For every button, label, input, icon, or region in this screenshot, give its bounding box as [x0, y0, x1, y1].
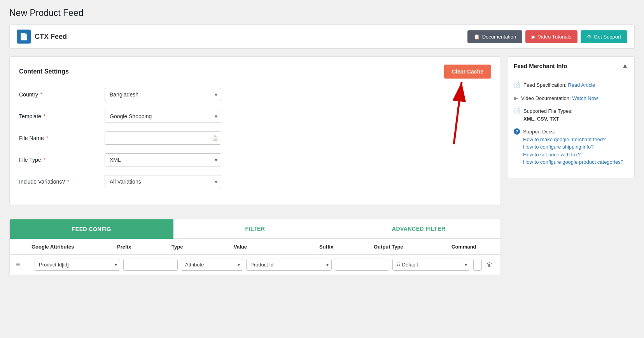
prefix-input[interactable] [123, 259, 178, 271]
file-type-label: File Type * [19, 157, 105, 163]
content-settings-header: Content Settings Clear Cache [19, 65, 491, 79]
col-prefix: Prefix [117, 244, 172, 250]
required-star: * [39, 91, 42, 98]
file-name-label: File Name * [19, 135, 105, 141]
template-select[interactable]: Google Shopping Facebook Amazon [105, 110, 221, 123]
sidebar-body: 📄 Feed Specification: Read Article ▶ Vid… [508, 75, 634, 178]
required-star: * [45, 135, 48, 141]
tab-filter[interactable]: FILTER [173, 219, 337, 239]
video-doc-text: Video Documentation: Watch Now [521, 95, 598, 102]
file-types-value: XML, CSV, TXT [523, 116, 559, 122]
support-button[interactable]: ⚙ Get Support [581, 30, 627, 43]
sidebar-header: Feed Merchant Info ▲ [508, 57, 634, 75]
col-output-type: Output Type [374, 244, 452, 250]
content-settings-title: Content Settings [19, 68, 69, 75]
header-buttons: 📋 Documentation ▶ Video Tutorials ⚙ Get … [467, 30, 627, 43]
file-type-select-wrapper: XML CSV TXT [105, 153, 221, 166]
value-select-wrapper: Product Id Title Price [246, 259, 332, 271]
file-name-input-wrapper: 📋 [105, 131, 221, 145]
sidebar-toggle-button[interactable]: ▲ [622, 62, 628, 69]
video-button[interactable]: ▶ Video Tutorials [525, 30, 578, 43]
include-variations-label: Include Variations? * [19, 179, 105, 185]
page-title: New Product Feed [9, 8, 635, 18]
type-select-wrapper: Attribute Static Pattern [181, 259, 243, 271]
file-type-row: File Type * XML CSV TXT [19, 153, 491, 166]
country-select[interactable]: Bangladesh United States United Kingdom … [105, 88, 221, 101]
feed-merchant-sidebar: Feed Merchant Info ▲ 📄 Feed Specificatio… [507, 56, 635, 178]
docs-icon: 📋 [474, 34, 480, 40]
feed-config-table: Google Attributes Prefix Type Value Suff… [10, 239, 500, 275]
main-layout: Content Settings Clear Cache Country * B… [9, 56, 635, 275]
template-row: Template * Google Shopping Facebook Amaz… [19, 110, 491, 123]
support-link-2[interactable]: How to configure shipping info? [523, 144, 593, 150]
question-icon: ? [514, 128, 520, 135]
brand: 📄 CTX Feed [17, 30, 67, 44]
table-header: Google Attributes Prefix Type Value Suff… [10, 239, 500, 255]
type-select[interactable]: Attribute Static Pattern [181, 259, 243, 271]
file-types-text: Supported File Types: XML, CSV, TXT [523, 107, 572, 123]
col-drag [16, 244, 32, 250]
required-star: * [66, 179, 69, 185]
sidebar-item-file-types: 📄 Supported File Types: XML, CSV, TXT [514, 107, 628, 123]
video-icon: ▶ [532, 34, 536, 40]
col-type: Type [172, 244, 234, 250]
tab-feed-config[interactable]: FEED CONFIG [10, 219, 173, 239]
file-types-icon: 📄 [514, 108, 520, 114]
template-select-wrapper: Google Shopping Facebook Amazon [105, 110, 221, 123]
sidebar-item-video: ▶ Video Documentation: Watch Now [514, 95, 628, 102]
country-select-wrapper: Bangladesh United States United Kingdom … [105, 88, 221, 101]
required-star: * [42, 157, 46, 163]
google-attribute-select[interactable]: Product Id[id] Title Description Price [35, 259, 120, 271]
col-command: Command [452, 244, 494, 250]
brand-icon: 📄 [17, 30, 31, 44]
play-icon: ▶ [514, 95, 518, 101]
drag-handle[interactable]: ≡ [16, 261, 32, 269]
required-star: * [42, 113, 46, 119]
support-link-4[interactable]: How to configure google product categori… [523, 159, 623, 165]
brand-name: CTX Feed [35, 33, 67, 41]
value-select[interactable]: Product Id Title Price [246, 259, 332, 271]
header-bar: 📄 CTX Feed 📋 Documentation ▶ Video Tutor… [9, 25, 635, 49]
col-suffix: Suffix [319, 244, 374, 250]
include-variations-select[interactable]: All Variations No Variations Parent Only [105, 175, 221, 188]
tabs-header: FEED CONFIG FILTER ADVANCED FILTER [10, 219, 500, 239]
col-value: Value [234, 244, 319, 250]
support-link-3[interactable]: How to set price with tax? [523, 152, 581, 158]
output-type-select[interactable]: ⠿ Default ⠿ Strip Tags ⠿ Encode [392, 259, 470, 271]
delete-row-button[interactable]: 🗑 [485, 260, 494, 270]
country-row: Country * Bangladesh United States Unite… [19, 88, 491, 101]
sidebar-item-feed-spec: 📄 Feed Specification: Read Article [514, 81, 628, 89]
command-input[interactable] [473, 259, 482, 271]
feed-spec-link[interactable]: Read Article [568, 82, 595, 88]
file-name-input[interactable] [105, 131, 221, 145]
file-name-row: File Name * 📋 [19, 131, 491, 145]
include-variations-row: Include Variations? * All Variations No … [19, 175, 491, 188]
docs-button[interactable]: 📋 Documentation [467, 30, 522, 43]
tabs-container: FEED CONFIG FILTER ADVANCED FILTER Googl… [9, 219, 501, 275]
google-attribute-select-wrapper: Product Id[id] Title Description Price [35, 259, 120, 271]
template-label: Template * [19, 113, 105, 119]
file-type-select[interactable]: XML CSV TXT [105, 153, 221, 166]
table-row: ≡ Product Id[id] Title Description Price [10, 255, 500, 275]
include-variations-select-wrapper: All Variations No Variations Parent Only [105, 175, 221, 188]
sidebar-item-support: ? Support Docs: How to make google merch… [514, 128, 628, 166]
suffix-input[interactable] [335, 259, 389, 271]
tab-advanced-filter[interactable]: ADVANCED FILTER [337, 219, 500, 239]
support-icon: ⚙ [587, 34, 592, 40]
country-label: Country * [19, 91, 105, 98]
video-doc-link[interactable]: Watch Now [572, 95, 598, 101]
doc-icon: 📄 [514, 82, 520, 88]
content-settings-card: Content Settings Clear Cache Country * B… [9, 56, 501, 205]
clear-cache-button[interactable]: Clear Cache [444, 65, 491, 79]
support-docs-text: Support Docs: How to make google merchan… [523, 128, 623, 166]
col-google-attributes: Google Attributes [32, 244, 117, 250]
sidebar-title: Feed Merchant Info [514, 63, 567, 69]
support-link-1[interactable]: How to make google merchant feed? [523, 137, 606, 142]
file-icon: 📋 [212, 135, 218, 141]
feed-spec-text: Feed Specification: Read Article [523, 81, 595, 89]
output-type-select-wrapper: ⠿ Default ⠿ Strip Tags ⠿ Encode [392, 259, 470, 271]
